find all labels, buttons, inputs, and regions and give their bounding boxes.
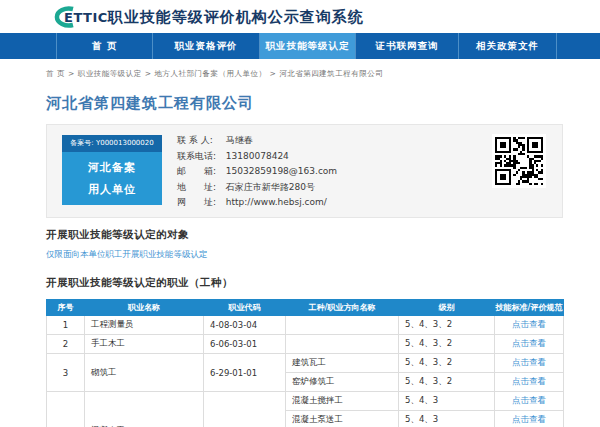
- contact-row-2: 联系电话: 13180078424: [177, 149, 337, 165]
- cell-levels: 5、4、3、2: [399, 373, 495, 392]
- cell-code: 6-29-01-01: [204, 354, 286, 392]
- column-header: 序号: [47, 300, 85, 316]
- org-info-card: 备案号: Y000013000020 河北备案 用人单位 联 系 人: 马继春联…: [46, 124, 563, 218]
- view-standard-link[interactable]: 点击查看: [495, 335, 564, 354]
- badge-type: 用人单位: [62, 179, 162, 201]
- contact-list: 联 系 人: 马继春联系电话: 13180078424邮 箱: 15032859…: [177, 133, 337, 211]
- cell-code: [204, 392, 286, 427]
- cell-variant: [286, 335, 399, 354]
- cell-seq: 3: [47, 354, 85, 392]
- table-row: 4混凝土工混凝土搅拌工5、4、3点击查看: [47, 392, 564, 411]
- nav-item-2[interactable]: 职业资格评价: [153, 33, 260, 59]
- breadcrumb-item-4: 河北省第四建筑工程有限公司: [279, 69, 383, 78]
- column-header: 职业名称: [85, 300, 204, 316]
- breadcrumb-item-2[interactable]: 职业技能等级认定: [78, 69, 142, 78]
- contact-value: 马继春: [223, 135, 253, 145]
- site-title: 职业技能等级评价机构公示查询系统: [108, 8, 364, 27]
- contact-label: 联 系 人:: [177, 133, 223, 149]
- view-standard-link[interactable]: 点击查看: [495, 354, 564, 373]
- brand-header: ETTIC 职业技能等级评价机构公示查询系统: [0, 0, 600, 33]
- contact-label: 邮 箱:: [177, 164, 223, 180]
- table-header-row: 序号职业名称职业代码工种/职业方向名称级别技能标准/评价规范: [47, 300, 564, 316]
- view-standard-link[interactable]: 点击查看: [495, 373, 564, 392]
- contact-value: http://www.hebsj.com/: [223, 197, 327, 207]
- cell-name: 手工木工: [85, 335, 204, 354]
- cell-seq: 2: [47, 335, 85, 354]
- record-number: 备案号: Y000013000020: [62, 135, 162, 152]
- table-row: 2手工木工6-06-03-015、4、3、2点击查看: [47, 335, 564, 354]
- record-badge-body: 河北备案 用人单位: [62, 152, 162, 205]
- cell-name: 混凝土工: [85, 392, 204, 427]
- cell-levels: 5、4、3: [399, 392, 495, 411]
- target-section-heading: 开展职业技能等级认定的对象: [46, 228, 189, 242]
- cell-seq: 1: [47, 316, 85, 335]
- nav-spacer: [0, 33, 57, 59]
- cell-levels: 5、4、3、2: [399, 354, 495, 373]
- nav-item-3[interactable]: 职业技能等级认定: [260, 33, 356, 59]
- page: ETTIC 职业技能等级评价机构公示查询系统 首 页职业资格评价职业技能等级认定…: [0, 0, 600, 427]
- cell-levels: 5、4、3、2: [399, 316, 495, 335]
- logo-text: ETTIC: [64, 10, 108, 25]
- contact-value: 13180078424: [223, 151, 289, 161]
- cell-variant: 建筑瓦工: [286, 354, 399, 373]
- column-header: 技能标准/评价规范: [495, 300, 564, 316]
- view-standard-link[interactable]: 点击查看: [495, 411, 564, 427]
- cell-seq: 4: [47, 392, 85, 427]
- contact-label: 地 址:: [177, 180, 223, 196]
- view-standard-link[interactable]: 点击查看: [495, 392, 564, 411]
- column-header: 职业代码: [204, 300, 286, 316]
- breadcrumb-item-1[interactable]: 首 页: [46, 69, 65, 78]
- qr-code-icon: [492, 134, 546, 188]
- cell-variant: 混凝土泵送工: [286, 411, 399, 427]
- nav-item-1[interactable]: 首 页: [57, 33, 153, 59]
- contact-row-1: 联 系 人: 马继春: [177, 133, 337, 149]
- contact-value: 15032859198@163.com: [223, 166, 337, 176]
- cell-variant: 窑炉修筑工: [286, 373, 399, 392]
- cell-variant: 混凝土搅拌工: [286, 392, 399, 411]
- page-title: 河北省第四建筑工程有限公司: [46, 94, 254, 113]
- cell-code: 4-08-03-04: [204, 316, 286, 335]
- cell-levels: 5、4、3: [399, 411, 495, 427]
- column-header: 级别: [399, 300, 495, 316]
- breadcrumb-separator: >: [68, 69, 75, 78]
- contact-row-4: 地 址: 石家庄市新华路280号: [177, 180, 337, 196]
- main-nav: 首 页职业资格评价职业技能等级认定证书联网查询相关政策文件: [0, 33, 600, 59]
- contact-value: 石家庄市新华路280号: [223, 182, 315, 192]
- breadcrumb-item-3[interactable]: 地方人社部门备案（用人单位）: [154, 69, 266, 78]
- view-standard-link[interactable]: 点击查看: [495, 316, 564, 335]
- breadcrumb-separator: >: [145, 69, 152, 78]
- contact-row-3: 邮 箱: 15032859198@163.com: [177, 164, 337, 180]
- contact-row-5: 网 址: http://www.hebsj.com/: [177, 195, 337, 211]
- contact-label: 联系电话:: [177, 149, 223, 165]
- jobs-section-heading: 开展职业技能等级认定的职业（工种）: [46, 276, 233, 290]
- record-badge: 备案号: Y000013000020 河北备案 用人单位: [62, 135, 162, 205]
- cell-variant: [286, 316, 399, 335]
- column-header: 工种/职业方向名称: [286, 300, 399, 316]
- table-row: 1工程测量员4-08-03-045、4、3、2点击查看: [47, 316, 564, 335]
- table-row: 3砌筑工6-29-01-01建筑瓦工5、4、3、2点击查看: [47, 354, 564, 373]
- cell-name: 砌筑工: [85, 354, 204, 392]
- target-section-note: 仅限面向本单位职工开展职业技能等级认定: [46, 249, 208, 261]
- badge-region: 河北备案: [62, 157, 162, 179]
- contact-label: 网 址:: [177, 195, 223, 211]
- nav-item-4[interactable]: 证书联网查询: [356, 33, 459, 59]
- breadcrumb: 首 页>职业技能等级认定>地方人社部门备案（用人单位）>河北省第四建筑工程有限公…: [46, 69, 386, 79]
- breadcrumb-separator: >: [269, 69, 276, 78]
- nav-spacer: [557, 33, 600, 59]
- nav-item-5[interactable]: 相关政策文件: [459, 33, 557, 59]
- cell-levels: 5、4、3、2: [399, 335, 495, 354]
- jobs-table: 序号职业名称职业代码工种/职业方向名称级别技能标准/评价规范 1工程测量员4-0…: [46, 299, 564, 427]
- cell-code: 6-06-03-01: [204, 335, 286, 354]
- cell-name: 工程测量员: [85, 316, 204, 335]
